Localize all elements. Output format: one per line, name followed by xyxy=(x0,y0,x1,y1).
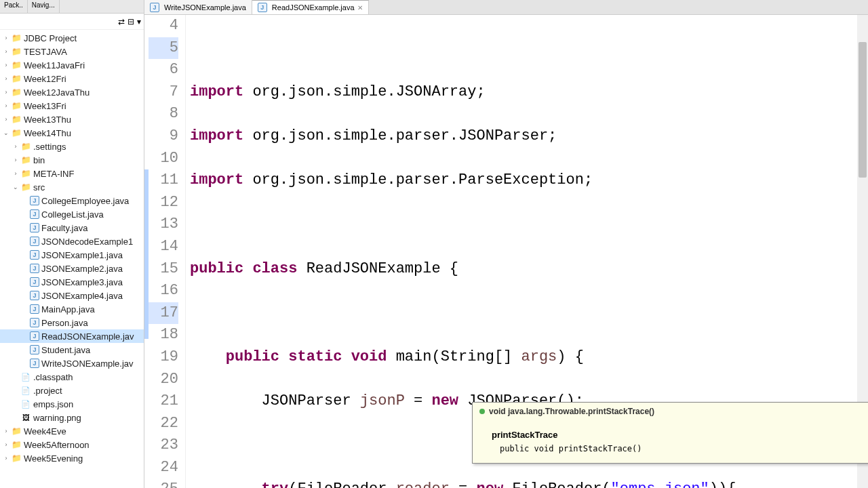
java-file-icon xyxy=(30,196,39,205)
folder-icon xyxy=(11,439,22,450)
tree-file-classpath[interactable]: .classpath xyxy=(0,370,144,384)
line-number: 8 xyxy=(149,103,178,125)
tree-node-meta-inf[interactable]: ›META-INF xyxy=(0,167,144,180)
line-number: 19 xyxy=(149,346,178,369)
tree-node-week12javathu[interactable]: ›Week12JavaThu xyxy=(0,85,144,99)
folder-icon xyxy=(11,33,22,43)
line-number: 12 xyxy=(149,192,178,214)
folder-icon xyxy=(20,141,31,152)
line-number: 18 xyxy=(149,324,178,346)
tooltip-method-name: printStackTrace xyxy=(492,430,868,440)
line-number: 14 xyxy=(149,236,178,258)
method-icon xyxy=(479,409,485,414)
tree-file[interactable]: CollegeList.java xyxy=(0,207,144,221)
folder-icon xyxy=(11,46,22,57)
line-number: 4 xyxy=(149,15,178,37)
line-number-gutter: 4 5 6 7 8 9 10 11 12 13 14 15 16 17 18 1… xyxy=(149,15,186,488)
tree-file[interactable]: MainApp.java xyxy=(0,302,144,316)
tree-node-week5afternoon[interactable]: ›Week5Afternoon xyxy=(0,438,144,451)
java-file-icon xyxy=(30,277,39,287)
collapse-all-icon[interactable]: ⊟ xyxy=(127,17,134,26)
tooltip-method-signature: public void printStackTrace() xyxy=(500,444,868,453)
tree-file-readjson[interactable]: ReadJSONExample.jav xyxy=(0,329,144,343)
tree-node-jdbc[interactable]: ›JDBC Project xyxy=(0,31,144,45)
line-number: 16 xyxy=(149,280,178,302)
line-number: 21 xyxy=(149,390,178,413)
editor-tab-writejson[interactable]: WriteJSONExample.java xyxy=(144,0,252,14)
tree-file[interactable]: JSONExample4.java xyxy=(0,289,144,302)
project-tree[interactable]: ›JDBC Project ›TESTJAVA ›Week11JavaFri ›… xyxy=(0,30,144,466)
tree-node-week4eve[interactable]: ›Week4Eve xyxy=(0,424,144,438)
java-file-icon xyxy=(30,250,39,260)
tree-file[interactable]: Faculty.java xyxy=(0,221,144,235)
tooltip-signature-header: void java.lang.Throwable.printStackTrace… xyxy=(479,407,868,416)
sidebar-view-tabs: Pack.. Navig... xyxy=(0,0,144,14)
folder-icon xyxy=(11,114,22,125)
tree-node-bin[interactable]: ›bin xyxy=(0,153,144,167)
tree-file[interactable]: JSONExample1.java xyxy=(0,248,144,262)
java-file-icon xyxy=(30,264,39,273)
file-icon xyxy=(20,371,31,382)
java-file-icon xyxy=(258,3,267,12)
tree-file[interactable]: Student.java xyxy=(0,343,144,357)
folder-icon xyxy=(20,182,31,192)
editor-tab-label: ReadJSONExample.java xyxy=(272,3,355,12)
folder-icon xyxy=(20,168,31,179)
java-file-icon xyxy=(30,331,39,341)
scrollbar-thumb[interactable] xyxy=(859,42,867,178)
tree-file-emps[interactable]: emps.json xyxy=(0,397,144,411)
tree-node-testjava[interactable]: ›TESTJAVA xyxy=(0,45,144,58)
tree-node-week5evening[interactable]: ›Week5Evening xyxy=(0,451,144,465)
close-icon[interactable]: ✕ xyxy=(357,4,363,12)
sidebar-toolbar: ⇄ ⊟ ▾ xyxy=(0,14,144,30)
line-number: 5 xyxy=(149,37,178,60)
editor-pane: WriteJSONExample.java ReadJSONExample.ja… xyxy=(144,0,868,488)
java-file-icon xyxy=(30,304,39,314)
tree-file[interactable]: CollegeEmployee.java xyxy=(0,194,144,207)
editor-tabs: WriteJSONExample.java ReadJSONExample.ja… xyxy=(144,0,868,15)
line-number: 17 xyxy=(149,302,178,325)
java-file-icon xyxy=(150,3,159,12)
tree-node-week11[interactable]: ›Week11JavaFri xyxy=(0,58,144,72)
tree-file[interactable]: JSONExample2.java xyxy=(0,262,144,275)
folder-icon xyxy=(11,60,22,70)
editor-tab-readjson[interactable]: ReadJSONExample.java ✕ xyxy=(252,0,369,14)
tree-node-settings[interactable]: ›.settings xyxy=(0,140,144,153)
tab-package[interactable]: Pack.. xyxy=(0,0,28,13)
folder-icon xyxy=(11,87,22,98)
tree-node-week13fri[interactable]: ›Week13Fri xyxy=(0,99,144,113)
tree-node-week14thu[interactable]: ⌄Week14Thu xyxy=(0,126,144,140)
line-number: 20 xyxy=(149,369,178,391)
line-number: 24 xyxy=(149,457,178,479)
tree-node-src[interactable]: ⌄src xyxy=(0,180,144,194)
java-file-icon xyxy=(30,291,39,300)
tree-file-warning[interactable]: warning.png xyxy=(0,411,144,424)
line-number: 11 xyxy=(149,169,178,192)
editor-tab-label: WriteJSONExample.java xyxy=(164,3,246,12)
file-icon xyxy=(20,399,31,409)
view-menu-icon[interactable]: ▾ xyxy=(137,17,141,26)
java-file-icon xyxy=(30,237,39,246)
line-number: 25 xyxy=(149,479,178,488)
tree-file[interactable]: WriteJSONExample.jav xyxy=(0,357,144,370)
folder-icon xyxy=(11,100,22,111)
folder-icon xyxy=(11,426,22,436)
tree-node-week13thu[interactable]: ›Week13Thu xyxy=(0,113,144,126)
tab-navigator[interactable]: Navig... xyxy=(28,0,60,13)
folder-icon xyxy=(11,73,22,84)
folder-icon xyxy=(11,127,22,138)
file-icon xyxy=(20,385,31,396)
tree-node-week12fri[interactable]: ›Week12Fri xyxy=(0,72,144,85)
java-file-icon xyxy=(30,345,39,354)
project-explorer-sidebar[interactable]: Pack.. Navig... ⇄ ⊟ ▾ ›JDBC Project ›TES… xyxy=(0,0,144,488)
tree-file[interactable]: Person.java xyxy=(0,316,144,329)
javadoc-tooltip: void java.lang.Throwable.printStackTrace… xyxy=(472,402,868,464)
tree-file[interactable]: JSONdecodeExample1 xyxy=(0,235,144,248)
line-number: 22 xyxy=(149,413,178,435)
java-file-icon xyxy=(30,318,39,327)
tooltip-signature-text: void java.lang.Throwable.printStackTrace… xyxy=(489,407,654,416)
line-number: 10 xyxy=(149,148,178,170)
tree-file-project[interactable]: .project xyxy=(0,384,144,397)
link-with-editor-icon[interactable]: ⇄ xyxy=(118,17,125,26)
tree-file[interactable]: JSONExample3.java xyxy=(0,275,144,289)
